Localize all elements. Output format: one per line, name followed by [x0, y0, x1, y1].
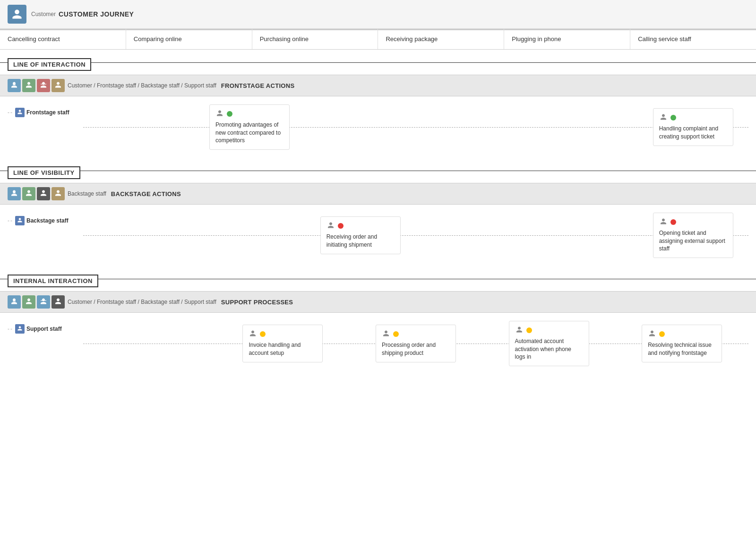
- support-swimlane-label: Support staff: [26, 326, 62, 332]
- card-text-resolving: Resolving technical issue and notifying …: [648, 341, 716, 357]
- status-dot-red: [338, 223, 344, 229]
- step-calling[interactable]: Calling service staff: [630, 29, 756, 49]
- line-of-visibility-label: LINE OF VISIBILITY: [8, 166, 80, 179]
- support-card-invoice[interactable]: Invoice handling and account setup: [242, 325, 323, 362]
- card-header: [249, 330, 317, 338]
- journey-steps: Cancelling contract Comparing online Pur…: [0, 29, 756, 50]
- support-section-title: SUPPORT PROCESSES: [221, 299, 293, 306]
- step-purchasing[interactable]: Purchasing online: [252, 29, 378, 49]
- support-cards-area: Invoice handling and account setup Proce…: [83, 313, 748, 374]
- card-text-invoice: Invoice handling and account setup: [249, 341, 317, 357]
- frontstage-staff-label: Customer / Frontstage staff / Backstage …: [68, 82, 216, 89]
- support-slot-0: [83, 341, 216, 346]
- frontstage-card-promoting[interactable]: Promoting advantages of new contract com…: [209, 104, 290, 150]
- step-receiving[interactable]: Receiving package: [378, 29, 504, 49]
- card-header: [215, 110, 284, 118]
- card-text-receiving: Receiving order and initiating shipment: [326, 233, 395, 249]
- backstage-cards-area: Receiving order and initiating shipment …: [83, 205, 748, 266]
- support-staff-icon: [15, 324, 25, 334]
- status-dot-yellow: [260, 331, 266, 337]
- status-dot-yellow: [526, 327, 532, 333]
- card-text-ticket: Opening ticket and assigning external su…: [659, 229, 727, 253]
- backstage-swimlane-label-area: -- Backstage staff: [8, 205, 83, 225]
- support-swimlane-label-area: -- Support staff: [8, 313, 83, 334]
- actor-icons-frontstage: [8, 79, 65, 92]
- actor-icons-backstage: [8, 187, 65, 200]
- support-slot-3: Automated account activation when phone …: [482, 318, 616, 369]
- customer-icon: [8, 79, 21, 92]
- card-header: [659, 218, 727, 226]
- backstage-slot-4: [527, 232, 638, 238]
- line-of-interaction-divider: LINE OF INTERACTION: [0, 50, 756, 75]
- status-dot-red: [670, 219, 676, 225]
- internal-interaction-divider: INTERNAL INTERACTION: [0, 266, 756, 291]
- card-header: [326, 222, 395, 230]
- backstage-actor-header: Backstage staff BACKSTAGE ACTIONS: [0, 183, 756, 205]
- card-text-promoting: Promoting advantages of new contract com…: [215, 121, 284, 145]
- backstage-slot-1: [194, 232, 305, 238]
- card-text-complaint: Handling complaint and creating support …: [659, 125, 727, 141]
- backstage-slot-3: [416, 232, 527, 238]
- backstage-slot-0: [83, 232, 194, 238]
- card-header: [659, 113, 727, 122]
- frontstage-cards-row: Promoting advantages of new contract com…: [83, 96, 748, 158]
- frontstage-slot-3: [416, 124, 527, 130]
- frontstage-icon-bs: [22, 187, 35, 200]
- card-text-processing: Processing order and shipping product: [382, 341, 450, 357]
- customer-icon-sp: [8, 295, 21, 309]
- status-dot-green: [670, 115, 676, 120]
- backstage-icon-sp: [37, 295, 50, 309]
- header-title: CUSTOMER JOURNEY: [59, 10, 134, 18]
- support-icon-bs: [52, 187, 65, 200]
- card-text-automated: Automated account activation when phone …: [515, 337, 583, 361]
- step-comparing[interactable]: Comparing online: [126, 29, 252, 49]
- card-header: [382, 330, 450, 338]
- backstage-cards-row: Receiving order and initiating shipment …: [83, 205, 748, 266]
- support-slot-2: Processing order and shipping product: [349, 322, 482, 365]
- customer-avatar: [8, 5, 26, 24]
- line-of-visibility-divider: LINE OF VISIBILITY: [0, 158, 756, 183]
- backstage-dark-icon: [37, 187, 50, 200]
- frontstage-slot-0: [83, 124, 194, 130]
- backstage-section-title: BACKSTAGE ACTIONS: [111, 190, 181, 198]
- frontstage-cards-area: Promoting advantages of new contract com…: [83, 96, 748, 158]
- backstage-slot-5: Opening ticket and assigning external su…: [637, 210, 748, 261]
- support-actor-header: Customer / Frontstage staff / Backstage …: [0, 291, 756, 313]
- internal-interaction-label: INTERNAL INTERACTION: [8, 275, 98, 287]
- support-card-automated[interactable]: Automated account activation when phone …: [509, 321, 589, 366]
- support-card-processing[interactable]: Processing order and shipping product: [376, 325, 456, 362]
- frontstage-slot-2: [305, 124, 416, 130]
- step-plugging[interactable]: Plugging in phone: [504, 29, 630, 49]
- frontstage-section-title: FRONTSTAGE ACTIONS: [221, 82, 295, 89]
- status-dot-yellow: [393, 331, 399, 337]
- step-cancelling[interactable]: Cancelling contract: [0, 29, 126, 49]
- header-role-label: Customer: [31, 11, 56, 17]
- frontstage-slot-5: Handling complaint and creating support …: [637, 105, 748, 149]
- backstage-icon-fs: [37, 79, 50, 92]
- support-card-resolving[interactable]: Resolving technical issue and notifying …: [642, 325, 722, 362]
- frontstage-swimlane-label: Frontstage staff: [26, 109, 69, 116]
- frontstage-staff-icon: [15, 108, 25, 117]
- status-dot-yellow: [659, 331, 665, 337]
- backstage-staff-icon: [15, 216, 25, 225]
- support-cards-row: Invoice handling and account setup Proce…: [83, 313, 748, 374]
- backstage-staff-label: Backstage staff: [68, 190, 106, 197]
- line-of-interaction-label: LINE OF INTERACTION: [8, 58, 91, 71]
- backstage-card-ticket[interactable]: Opening ticket and assigning external su…: [653, 213, 733, 258]
- backstage-swimlane-label: Backstage staff: [26, 217, 69, 224]
- support-slot-1: Invoice handling and account setup: [216, 322, 350, 365]
- support-icon-fs: [52, 79, 65, 92]
- frontstage-swimlane: -- Frontstage staff Promoting advantages…: [0, 96, 756, 158]
- support-swimlane: -- Support staff Invoice handling and ac…: [0, 313, 756, 374]
- support-slot-4: Resolving technical issue and notifying …: [615, 322, 748, 365]
- card-header: [648, 330, 716, 338]
- backstage-card-receiving[interactable]: Receiving order and initiating shipment: [320, 216, 401, 254]
- frontstage-swimlane-label-area: -- Frontstage staff: [8, 96, 83, 117]
- backstage-swimlane: -- Backstage staff Receiving order and i…: [0, 205, 756, 266]
- frontstage-card-complaint[interactable]: Handling complaint and creating support …: [653, 108, 733, 146]
- support-dark-icon: [52, 295, 65, 309]
- frontstage-icon-sp: [22, 295, 35, 309]
- support-staff-label: Customer / Frontstage staff / Backstage …: [68, 299, 216, 305]
- frontstage-icon: [22, 79, 35, 92]
- customer-icon-bs: [8, 187, 21, 200]
